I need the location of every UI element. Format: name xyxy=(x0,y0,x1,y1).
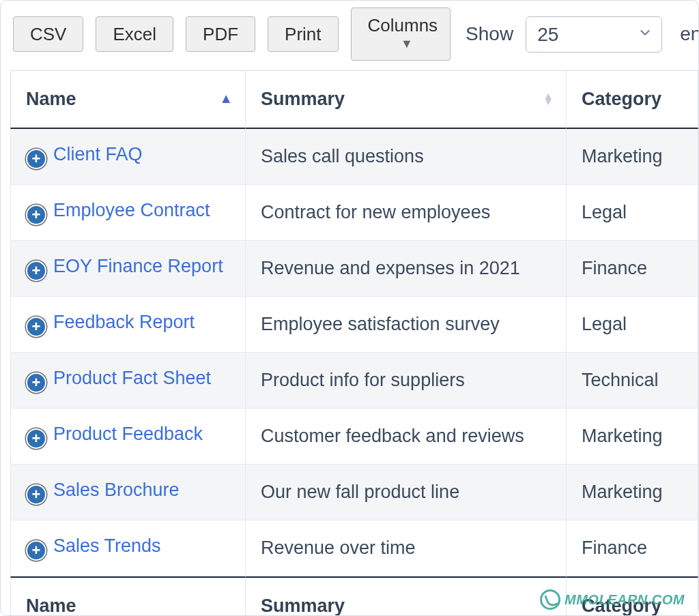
watermark-logo-icon xyxy=(540,589,560,610)
cell-name: +Client FAQ xyxy=(10,129,246,185)
expand-row-icon[interactable]: + xyxy=(26,540,46,561)
cell-summary: Contract for new employees xyxy=(246,185,567,241)
col-footer-summary: Summary xyxy=(246,576,567,616)
cell-name: +EOY Finance Report xyxy=(10,241,246,297)
cell-name: +Sales Trends xyxy=(10,520,246,576)
watermark: MMOLEARN.COM xyxy=(540,589,685,610)
expand-row-icon[interactable]: + xyxy=(26,428,46,449)
show-label: Show xyxy=(466,23,513,45)
table-row: +Feedback ReportEmployee satisfaction su… xyxy=(10,297,698,353)
cell-summary: Sales call questions xyxy=(246,129,567,185)
table-row: +Client FAQSales call questionsMarketing xyxy=(10,129,698,185)
cell-name: +Sales Brochure xyxy=(10,465,246,520)
sort-both-icon: ▲▼ xyxy=(543,93,554,106)
cell-summary: Employee satisfaction survey xyxy=(246,297,567,353)
col-header-name[interactable]: Name ▲ xyxy=(10,70,246,129)
print-button[interactable]: Print xyxy=(268,16,338,52)
cell-name: +Product Fact Sheet xyxy=(10,353,246,409)
table-row: +Sales TrendsRevenue over timeFinance xyxy=(10,520,698,576)
row-name-link[interactable]: Sales Brochure xyxy=(53,480,180,500)
table-row: +EOY Finance ReportRevenue and expenses … xyxy=(10,241,698,297)
entries-select-wrap: 25 xyxy=(526,16,662,53)
col-header-category-label: Category xyxy=(582,89,661,109)
row-name-link[interactable]: Product Feedback xyxy=(53,424,203,444)
sort-asc-icon: ▲ xyxy=(219,91,233,106)
cell-summary: Our new fall product line xyxy=(246,465,567,520)
cell-summary: Revenue over time xyxy=(246,520,567,576)
data-table: Name ▲ Summary ▲▼ Category +Client FAQSa… xyxy=(10,70,698,616)
table-row: +Product FeedbackCustomer feedback and r… xyxy=(10,409,698,465)
expand-row-icon[interactable]: + xyxy=(26,261,46,281)
cell-category: Marketing xyxy=(567,129,698,185)
col-header-name-label: Name xyxy=(26,89,76,109)
cell-category: Finance xyxy=(567,241,698,297)
col-header-category[interactable]: Category xyxy=(567,70,698,129)
cell-category: Legal xyxy=(567,297,698,353)
row-name-link[interactable]: Sales Trends xyxy=(53,536,161,556)
row-name-link[interactable]: Product Fact Sheet xyxy=(53,368,211,388)
col-footer-name: Name xyxy=(10,576,246,616)
excel-button[interactable]: Excel xyxy=(96,16,173,52)
cell-summary: Revenue and expenses in 2021 xyxy=(246,241,567,297)
expand-row-icon[interactable]: + xyxy=(26,205,46,225)
cell-name: +Product Feedback xyxy=(10,409,246,465)
row-name-link[interactable]: EOY Finance Report xyxy=(53,256,223,276)
cell-summary: Customer feedback and reviews xyxy=(246,409,567,465)
watermark-text: MMOLEARN.COM xyxy=(565,592,685,608)
datatable-panel: CSV Excel PDF Print Columns ▼ Show 25 en… xyxy=(0,0,699,616)
table-row: +Sales BrochureOur new fall product line… xyxy=(10,465,698,520)
col-header-summary-label: Summary xyxy=(261,89,345,109)
columns-button-label: Columns xyxy=(368,15,438,35)
entries-select[interactable]: 25 xyxy=(526,16,662,53)
cell-category: Technical xyxy=(567,353,698,409)
expand-row-icon[interactable]: + xyxy=(26,484,46,505)
expand-row-icon[interactable]: + xyxy=(26,317,46,337)
cell-summary: Product info for suppliers xyxy=(246,353,567,409)
table-row: +Product Fact SheetProduct info for supp… xyxy=(10,353,698,409)
caret-down-icon: ▼ xyxy=(401,38,413,50)
cell-category: Marketing xyxy=(567,465,698,520)
cell-category: Marketing xyxy=(567,409,698,465)
row-name-link[interactable]: Client FAQ xyxy=(53,144,143,164)
row-name-link[interactable]: Employee Contract xyxy=(53,200,210,220)
expand-row-icon[interactable]: + xyxy=(26,372,46,393)
table-row: +Employee ContractContract for new emplo… xyxy=(10,185,698,241)
cell-name: +Feedback Report xyxy=(10,297,246,353)
row-name-link[interactable]: Feedback Report xyxy=(53,312,195,332)
cell-category: Finance xyxy=(567,520,698,576)
columns-button[interactable]: Columns ▼ xyxy=(351,8,451,61)
col-header-summary[interactable]: Summary ▲▼ xyxy=(246,70,567,129)
cell-name: +Employee Contract xyxy=(10,185,246,241)
cell-category: Legal xyxy=(567,185,698,241)
expand-row-icon[interactable]: + xyxy=(26,149,46,169)
entries-suffix: ent xyxy=(680,23,699,45)
toolbar: CSV Excel PDF Print Columns ▼ Show 25 en… xyxy=(8,8,698,70)
csv-button[interactable]: CSV xyxy=(13,16,83,52)
pdf-button[interactable]: PDF xyxy=(186,16,255,52)
